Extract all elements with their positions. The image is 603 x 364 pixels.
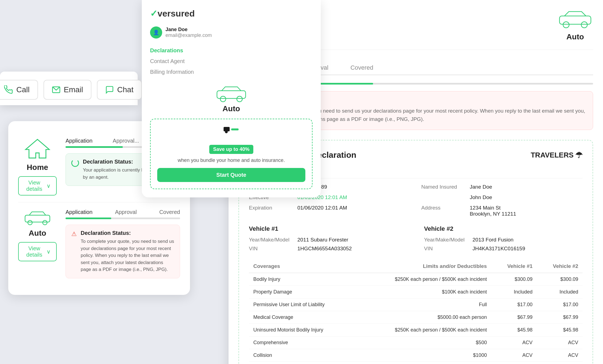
auto-icon-small [22, 209, 53, 226]
svg-point-7 [237, 96, 242, 102]
umbrella-icon: ☂ [575, 150, 583, 160]
user-email: email@example.com [165, 32, 212, 38]
coverage-row: Permissive User Limit of Liability Full … [249, 298, 583, 311]
warning-icon: ⚠ [71, 230, 77, 238]
coverage-row: Additional Equipment $1,000.00 $1,000.00 [249, 362, 583, 364]
sidebar-auto-title: Auto [150, 104, 313, 113]
vehicle-1-section: Vehicle #1 Year/Make/Model 2011 Subaru F… [249, 225, 408, 252]
svg-rect-10 [231, 129, 238, 130]
versured-logo: ✓versured [150, 8, 195, 19]
auto-icon-sidebar [215, 84, 248, 103]
svg-point-6 [220, 96, 226, 102]
svg-point-4 [43, 221, 47, 225]
nav-billing[interactable]: Billing Information [150, 67, 313, 77]
auto-policy-name: Auto [18, 229, 57, 238]
svg-rect-11 [559, 16, 591, 24]
nav-declarations[interactable]: Declarations [150, 45, 313, 56]
coverage-row: Comprehensive $500 ACV ACV [249, 336, 583, 349]
avatar: 👤 [150, 26, 162, 39]
bundle-icon [157, 126, 305, 142]
tab-covered[interactable]: Covered [339, 61, 384, 75]
user-info: 👤 Jane Doe email@example.com [150, 26, 313, 39]
chat-label: Chat [117, 85, 134, 94]
bundle-card: Save up to 40% when you bundle your home… [150, 119, 313, 189]
home-policy-name: Home [18, 163, 57, 172]
travelers-logo: TRAVELERS ☂ [531, 150, 583, 160]
contact-panel: Call Email Chat [0, 72, 138, 105]
call-button[interactable]: Call [0, 80, 38, 100]
coverage-row: Bodily Injury $250K each person / $500K … [249, 273, 583, 286]
vehicles-grid: Vehicle #1 Year/Make/Model 2011 Subaru F… [249, 225, 583, 252]
email-icon [52, 85, 61, 94]
vehicle-2-section: Vehicle #2 Year/Make/Model 2013 Ford Fus… [424, 225, 583, 252]
decl-auto-icon [557, 10, 593, 29]
nav-contact-agent[interactable]: Contact Agent [150, 56, 313, 67]
spinner-icon [71, 159, 79, 167]
coverage-row: Property Damage $100K each incident Incl… [249, 286, 583, 298]
user-name: Jane Doe [165, 27, 212, 32]
chat-button[interactable]: Chat [97, 80, 142, 100]
svg-point-13 [581, 22, 587, 28]
bundle-description: when you bundle your home and auto insur… [157, 157, 305, 164]
svg-marker-1 [26, 139, 49, 158]
auto-progress: Application Approval Covered [66, 209, 180, 219]
versured-header: ✓versured [150, 8, 313, 19]
svg-point-9 [225, 131, 228, 133]
auto-status-box: ⚠ Declaration Status: To complete your q… [66, 225, 180, 278]
auto-view-details-button[interactable]: View details ∨ [18, 242, 57, 261]
sidebar-auto-icon-container: Auto [150, 84, 313, 113]
chat-icon [105, 85, 114, 94]
coverage-table: Coverages Limits and/or Deductibles Vehi… [249, 260, 583, 364]
coverage-row: Medical Coverage $5000.00 each person $6… [249, 311, 583, 324]
email-label: Email [64, 85, 83, 94]
decl-auto-title: Auto [557, 32, 593, 41]
home-icon [24, 138, 51, 160]
home-view-details-button[interactable]: View details ∨ [18, 176, 57, 195]
coverage-row: Uninsured Motorist Bodily Injury $250K e… [249, 324, 583, 336]
bundle-save-label: Save up to 40% [209, 145, 253, 154]
call-label: Call [16, 85, 29, 94]
sidebar-nav: Declarations Contact Agent Billing Infor… [150, 45, 313, 77]
svg-point-3 [28, 221, 32, 225]
phone-icon [4, 85, 13, 94]
coverage-row: Collision $1000 ACV ACV [249, 349, 583, 362]
versured-sidebar: ✓versured 👤 Jane Doe email@example.com D… [142, 0, 321, 197]
auto-policy-item: Auto View details ∨ Application Approval… [18, 202, 180, 285]
auto-policy-content: Application Approval Covered ⚠ Declarati… [66, 209, 180, 278]
start-quote-button[interactable]: Start Quote [157, 168, 305, 182]
email-button[interactable]: Email [44, 80, 91, 100]
svg-point-12 [563, 22, 569, 28]
